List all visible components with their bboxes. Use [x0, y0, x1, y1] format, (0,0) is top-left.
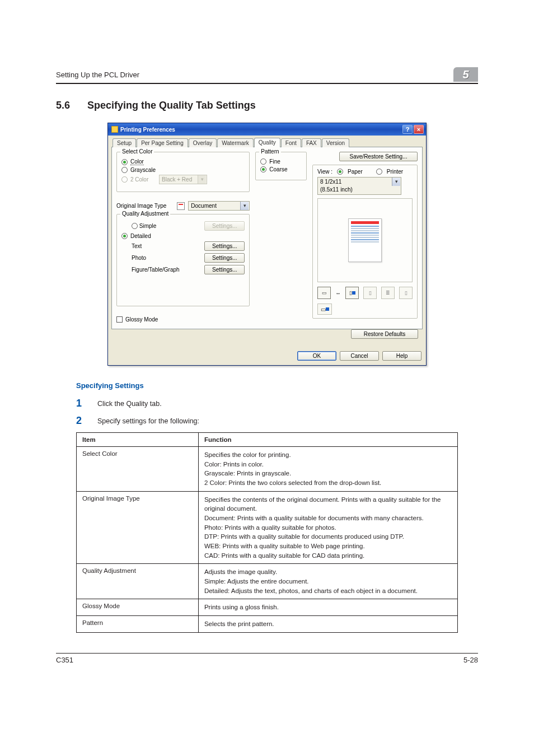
- tab-watermark[interactable]: Watermark: [217, 138, 254, 147]
- tab-per-page-setting[interactable]: Per Page Setting: [137, 138, 188, 147]
- radio-grayscale-label: Grayscale: [130, 167, 156, 173]
- qa-figure-label: Figure/Table/Graph: [132, 267, 180, 273]
- paper-size-combo[interactable]: 8 1/2x11 (8.5x11 inch): [317, 177, 401, 195]
- paper-preview: [317, 198, 413, 282]
- radio-simple[interactable]: [132, 223, 138, 229]
- figure-settings-button[interactable]: Settings...: [204, 265, 245, 274]
- photo-settings-button[interactable]: Settings...: [204, 253, 245, 263]
- radio-coarse-label: Coarse: [269, 166, 287, 172]
- original-image-type-label: Original Image Type: [116, 203, 166, 209]
- radio-coarse[interactable]: [260, 166, 266, 172]
- tab-quality[interactable]: Quality: [254, 138, 280, 147]
- dialog-icon: [111, 126, 118, 133]
- radio-2color[interactable]: [121, 176, 128, 183]
- dialog-title: Printing Preferences: [120, 127, 175, 133]
- original-image-type-combo[interactable]: Document: [188, 201, 250, 211]
- table-header-function: Function: [198, 433, 457, 447]
- preview-mode-portrait-icon[interactable]: ▯: [345, 287, 359, 299]
- titlebar-help-button[interactable]: ?: [402, 125, 413, 134]
- view-label: View :: [317, 169, 332, 175]
- glossy-mode-label: Glossy Mode: [125, 316, 158, 323]
- save-restore-setting-button[interactable]: Save/Restore Setting...: [339, 152, 418, 161]
- printing-preferences-dialog: Printing Preferences ? × Setup Per Page …: [107, 123, 427, 366]
- radio-grayscale[interactable]: [121, 167, 128, 173]
- preview-icon-duplex[interactable]: ▯: [363, 287, 377, 299]
- table-header-item: Item: [77, 433, 199, 447]
- settings-table: Item Function Select Color Specifies the…: [76, 432, 458, 633]
- chapter-badge: 5: [453, 67, 478, 82]
- radio-view-paper-label: Paper: [348, 169, 363, 175]
- tab-setup[interactable]: Setup: [113, 138, 136, 147]
- select-color-group: Select Color Color Grayscale: [116, 152, 250, 192]
- titlebar-close-button[interactable]: ×: [414, 125, 424, 134]
- radio-view-printer[interactable]: [376, 169, 382, 175]
- tab-overlay[interactable]: Overlay: [189, 138, 217, 147]
- table-row: Glossy Mode Prints using a gloss finish.: [77, 599, 458, 616]
- glossy-mode-checkbox[interactable]: [116, 316, 123, 323]
- help-button[interactable]: Help: [382, 351, 421, 361]
- pattern-group: Pattern Fine Coarse: [255, 152, 307, 180]
- quality-adjustment-group: Quality Adjustment Simple Settings...: [116, 214, 250, 306]
- cancel-button[interactable]: Cancel: [340, 351, 379, 361]
- table-row: Select Color Specifies the color for pri…: [77, 447, 458, 492]
- step-1-number: 1: [76, 398, 87, 409]
- restore-defaults-button[interactable]: Restore Defaults: [351, 329, 418, 339]
- pattern-group-title: Pattern: [259, 148, 280, 155]
- ok-button[interactable]: OK: [297, 351, 336, 361]
- radio-detailed-label: Detailed: [130, 233, 151, 239]
- simple-settings-button[interactable]: Settings...: [204, 221, 245, 231]
- qa-text-label: Text: [132, 243, 142, 249]
- tab-fax[interactable]: FAX: [302, 138, 321, 147]
- tab-version[interactable]: Version: [322, 138, 349, 147]
- step-2-number: 2: [76, 415, 87, 427]
- table-row: Pattern Selects the print pattern.: [77, 616, 458, 633]
- quality-adjustment-group-title: Quality Adjustment: [120, 211, 170, 217]
- document-icon: [177, 202, 185, 210]
- view-group: View : Paper Printer 8 1/2x11 (8.5x11 in…: [312, 165, 418, 319]
- running-header: Setting Up the PCL Driver: [56, 71, 139, 79]
- radio-view-printer-label: Printer: [387, 169, 403, 175]
- header-rule: [56, 83, 478, 84]
- footer-right: 5-28: [463, 656, 478, 664]
- section-heading: 5.6 Specifying the Quality Tab Settings: [56, 100, 478, 111]
- radio-color[interactable]: [121, 159, 128, 165]
- qa-photo-label: Photo: [132, 255, 146, 261]
- tab-font[interactable]: Font: [281, 138, 301, 147]
- step-2-text: Specify settings for the following:: [97, 415, 199, 427]
- preview-icon-lines[interactable]: ≣: [381, 287, 395, 299]
- 2color-combo[interactable]: Black + Red: [159, 175, 207, 184]
- specifying-settings-heading: Specifying Settings: [76, 381, 458, 390]
- select-color-group-title: Select Color: [120, 148, 154, 155]
- preview-icon-finisher[interactable]: ▭: [317, 304, 332, 315]
- radio-2color-label: 2 Color: [130, 176, 156, 183]
- radio-simple-label: Simple: [139, 223, 157, 229]
- step-1-text: Click the Quality tab.: [97, 398, 162, 409]
- footer-left: C351: [56, 656, 73, 664]
- preview-icon-page[interactable]: ▯: [399, 287, 413, 299]
- table-row: Quality Adjustment Adjusts the image qua…: [77, 564, 458, 599]
- radio-detailed[interactable]: [121, 233, 128, 239]
- preview-mode-landscape-icon[interactable]: ▭: [317, 287, 331, 299]
- radio-fine-label: Fine: [269, 158, 280, 165]
- text-settings-button[interactable]: Settings...: [204, 241, 245, 251]
- radio-view-paper[interactable]: [337, 169, 343, 175]
- radio-color-label: Color: [130, 158, 144, 165]
- radio-fine[interactable]: [260, 158, 266, 165]
- table-row: Original Image Type Specifies the conten…: [77, 491, 458, 564]
